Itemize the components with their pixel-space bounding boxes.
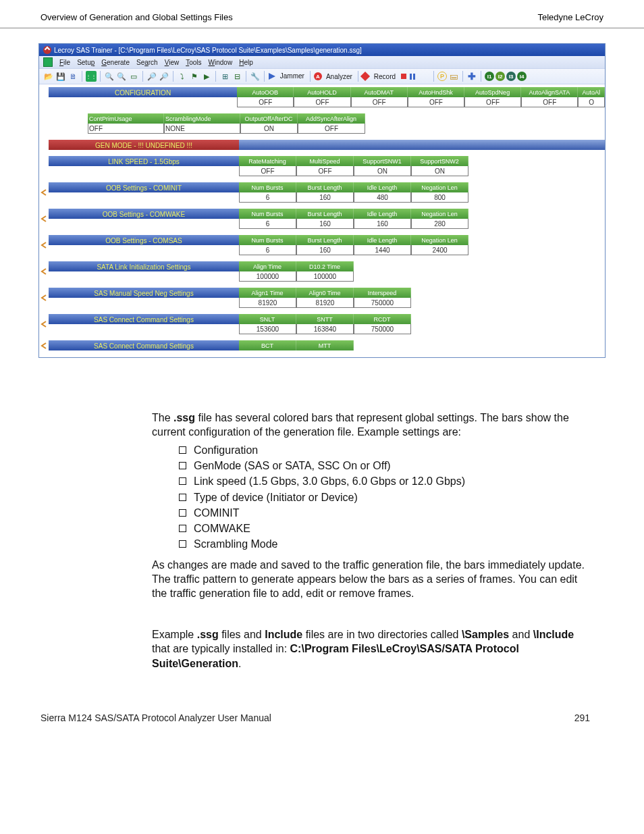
label-cominit[interactable]: OOB Settings - COMINIT xyxy=(49,182,239,192)
module-icon[interactable] xyxy=(43,57,53,67)
save-as-icon[interactable]: 🗎 xyxy=(68,71,78,82)
menu-search[interactable]: Search xyxy=(136,59,158,66)
body-text: The .ssg file has several colored bars t… xyxy=(152,411,590,671)
marker-icon[interactable]: ▶ xyxy=(201,71,212,82)
label-configuration[interactable]: CONFIGURATION xyxy=(49,87,237,97)
label-satalink[interactable]: SATA Link Initialization Settings xyxy=(49,261,239,271)
menubar: File Setup Generate Search View Tools Wi… xyxy=(39,56,605,68)
open-icon[interactable]: 📂 xyxy=(43,71,54,82)
window-title: Lecroy SAS Trainer - [C:\Program Files\L… xyxy=(54,47,362,54)
app-window: Lecroy SAS Trainer - [C:\Program Files\L… xyxy=(38,43,606,358)
row-satalink: SATA Link Initialization Settings Align … xyxy=(39,261,605,282)
record-icon xyxy=(360,72,370,81)
menu-tools[interactable]: Tools xyxy=(186,59,201,66)
toolbar: 📂 💾 🗎 ⋮⋮ 🔍 🔍 ▭ 🔎 🔎 ⤵ ⚑ ▶ ⊞ ⊟ 🔧 Jammer A … xyxy=(39,68,605,84)
row-genmode: GEN MODE - !!! UNDEFINED !!! xyxy=(39,140,605,150)
analyzer-icon: A xyxy=(314,72,322,80)
goto-icon[interactable]: ⤵ xyxy=(177,71,188,82)
stop-icon[interactable] xyxy=(401,74,406,79)
i4-icon[interactable]: I4 xyxy=(517,72,527,81)
i1-icon[interactable]: I1 xyxy=(485,72,494,81)
pause-icon[interactable] xyxy=(410,74,415,80)
menu-file[interactable]: File xyxy=(59,59,70,66)
caret-icon[interactable] xyxy=(39,261,49,282)
zoom-fit-icon[interactable]: ▭ xyxy=(128,71,139,82)
options-icon[interactable]: ⋮⋮ xyxy=(86,71,97,82)
p-icon[interactable]: P xyxy=(437,72,447,81)
find-icon[interactable]: 🔎 xyxy=(146,71,157,82)
footer-left: Sierra M124 SAS/SATA Protocol Analyzer U… xyxy=(41,712,271,723)
caret-icon[interactable] xyxy=(39,235,49,255)
add-icon[interactable]: ✚ xyxy=(466,71,477,82)
row-sasmanual: SAS Manual Speed Neg Settings Align1 Tim… xyxy=(39,288,605,308)
row-linkspeed: LINK SPEED - 1.5Gbps RateMatchingOFF Mul… xyxy=(39,156,605,176)
list-item: Scrambling Mode xyxy=(179,537,590,551)
i3-icon[interactable]: I3 xyxy=(506,72,516,81)
i2-icon[interactable]: I2 xyxy=(495,72,505,81)
caret-icon[interactable] xyxy=(39,314,49,334)
label-genmode[interactable]: GEN MODE - !!! UNDEFINED !!! xyxy=(49,140,239,150)
list-item: GenMode (SAS or SATA, SSC On or Off) xyxy=(179,459,590,473)
zoom-in-icon[interactable]: 🔍 xyxy=(104,71,115,82)
caret-icon[interactable] xyxy=(39,288,49,308)
caret-icon[interactable] xyxy=(39,340,49,350)
list-item: Link speed (1.5 Gbps, 3.0 Gbps, 6.0 Gbps… xyxy=(179,474,590,488)
row-comsas: OOB Settings - COMSAS Num Bursts6 Burst … xyxy=(39,235,605,255)
label-sasmanual[interactable]: SAS Manual Speed Neg Settings xyxy=(49,288,239,298)
header-left: Overview of Generation and Global Settin… xyxy=(41,12,233,22)
titlebar: Lecroy SAS Trainer - [C:\Program Files\L… xyxy=(39,44,605,56)
row-sasconn2: SAS Connect Command Settings BCT MTT xyxy=(39,340,605,350)
wrench-icon[interactable]: 🔧 xyxy=(250,71,261,82)
menu-view[interactable]: View xyxy=(165,59,180,66)
caret-icon[interactable] xyxy=(39,182,49,203)
list-item: COMWAKE xyxy=(179,521,590,536)
zoom-out-icon[interactable]: 🔍 xyxy=(116,71,127,82)
list-item: COMINIT xyxy=(179,506,590,520)
label-sasconn1[interactable]: SAS Connect Command Settings xyxy=(49,314,239,324)
row-cominit: OOB Settings - COMINIT Num Bursts6 Burst… xyxy=(39,182,605,203)
caret-icon[interactable] xyxy=(39,209,49,229)
find-next-icon[interactable]: 🔎 xyxy=(159,71,169,82)
footer-right: 291 xyxy=(574,712,590,723)
label-comsas[interactable]: OOB Settings - COMSAS xyxy=(49,235,239,245)
row-configuration: CONFIGURATION AutoOOBOFF AutoHOLDOFF Aut… xyxy=(39,87,605,107)
row-sasconn1: SAS Connect Command Settings SNLT153600 … xyxy=(39,314,605,334)
save-icon[interactable]: 💾 xyxy=(55,71,66,82)
grid-area: CONFIGURATION AutoOOBOFF AutoHOLDOFF Aut… xyxy=(39,84,605,357)
bullet-list: Configuration GenMode (SAS or SATA, SSC … xyxy=(179,443,590,551)
list-item: Type of device (Initiator or Device) xyxy=(179,490,590,504)
menu-setup[interactable]: Setup xyxy=(77,59,95,66)
paragraph-3: Example .ssg files and Include files are… xyxy=(152,627,590,670)
analyzer-button[interactable]: A Analyzer xyxy=(314,72,354,80)
jammer-button[interactable]: Jammer xyxy=(268,72,306,80)
tree-expand-icon[interactable]: ⊞ xyxy=(219,71,230,82)
bookmark-icon[interactable]: ⚑ xyxy=(189,71,200,82)
record-button[interactable]: Record xyxy=(362,73,415,80)
header-right: Teledyne LeCroy xyxy=(537,12,603,22)
paragraph-1: The .ssg file has several colored bars t… xyxy=(152,411,590,439)
menu-generate[interactable]: Generate xyxy=(101,59,130,66)
row-comwake: OOB Settings - COMWAKE Num Bursts6 Burst… xyxy=(39,209,605,229)
paragraph-2: As changes are made and saved to the tra… xyxy=(152,558,590,600)
page-header: Overview of Generation and Global Settin… xyxy=(0,0,644,28)
menu-window[interactable]: Window xyxy=(209,59,233,66)
list-item: Configuration xyxy=(179,443,590,457)
port-icon[interactable]: 🖴 xyxy=(448,71,459,82)
row-contprim: ContPrimUsage OFF ScramblingMode NONE Ou… xyxy=(39,113,605,134)
page-footer: Sierra M124 SAS/SATA Protocol Analyzer U… xyxy=(41,712,590,723)
label-linkspeed[interactable]: LINK SPEED - 1.5Gbps xyxy=(49,156,239,166)
app-up-icon xyxy=(43,46,51,54)
label-comwake[interactable]: OOB Settings - COMWAKE xyxy=(49,209,239,219)
label-sasconn2[interactable]: SAS Connect Command Settings xyxy=(49,340,239,350)
tree-collapse-icon[interactable]: ⊟ xyxy=(232,71,242,82)
menu-help[interactable]: Help xyxy=(239,59,253,66)
